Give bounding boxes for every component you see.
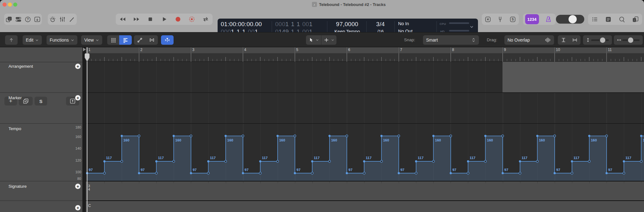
toolbar-toggle-icon[interactable]: [32, 14, 42, 25]
svg-text:160: 160: [539, 138, 545, 142]
vertical-zoom-slider[interactable]: [591, 39, 609, 41]
marker-track-lane[interactable]: [86, 92, 644, 123]
master-volume-knob[interactable]: [569, 15, 577, 23]
drag-label: Drag:: [487, 37, 497, 42]
horizontal-zoom-slider[interactable]: [622, 39, 640, 41]
library-icon[interactable]: ♪: [4, 14, 14, 25]
tempo-curve[interactable]: 9711716097117160971171609711716097117160…: [86, 123, 644, 181]
editor-toggle-group: [48, 14, 77, 25]
vertical-zoom-knob[interactable]: [600, 37, 605, 43]
add-event-button[interactable]: +: [75, 184, 80, 189]
track-header-marker[interactable]: Marker+: [0, 92, 82, 123]
view-menu[interactable]: View: [81, 35, 102, 45]
signature-track-lane[interactable]: 34: [86, 181, 644, 200]
ruler-edge-marker-icon: [83, 47, 86, 52]
svg-text:117: 117: [262, 156, 268, 160]
media-browser-icon[interactable]: ♪: [630, 14, 641, 25]
track-header-arrangement[interactable]: Arrangement+: [0, 62, 82, 92]
edit-menu[interactable]: Edit: [23, 35, 42, 45]
lcd-time[interactable]: 01:00:00:00.00: [221, 21, 262, 28]
playhead-handle[interactable]: [84, 52, 90, 62]
snap-select[interactable]: Smart: [423, 35, 479, 45]
quick-help-icon[interactable]: ?: [23, 14, 32, 25]
svg-text:?: ?: [27, 17, 29, 21]
marquee-stripe-button[interactable]: [146, 35, 158, 45]
svg-text:160: 160: [227, 138, 233, 142]
lcd-time-signature[interactable]: 3/4: [368, 21, 393, 28]
solo-mode-icon[interactable]: S: [507, 14, 518, 25]
tuner-icon[interactable]: [495, 14, 506, 25]
lcd-left-locator[interactable]: 000111001: [275, 21, 315, 28]
lcd-midi-in[interactable]: No In: [398, 21, 409, 26]
mixer-icon[interactable]: [58, 14, 67, 25]
catch-playhead-button[interactable]: [161, 35, 174, 45]
play-button[interactable]: [159, 14, 169, 25]
svg-text:117: 117: [366, 156, 372, 160]
stop-button[interactable]: [145, 14, 156, 25]
horizontal-zoom-knob[interactable]: [628, 37, 633, 43]
transposition-track-lane[interactable]: C: [86, 200, 644, 212]
playhead[interactable]: [87, 47, 87, 212]
replace-mode-icon[interactable]: [483, 14, 493, 25]
event-list-icon[interactable]: [590, 14, 600, 25]
functions-menu[interactable]: Functions: [47, 35, 77, 45]
note-pads-icon[interactable]: [603, 14, 614, 25]
svg-text:117: 117: [210, 156, 216, 160]
grid-view-button[interactable]: [107, 35, 119, 45]
lcd-options-chevron-icon[interactable]: [469, 24, 474, 31]
pointer-tool-selector[interactable]: [306, 35, 321, 45]
svg-text:97: 97: [400, 168, 404, 172]
svg-text:160: 160: [175, 138, 181, 142]
bar-ruler[interactable]: [86, 47, 644, 62]
svg-text:160: 160: [643, 138, 644, 142]
svg-text:97: 97: [608, 168, 612, 172]
cpu-meter-bar: [449, 22, 469, 24]
waveform-zoom-button[interactable]: [541, 35, 554, 45]
capture-recording-button[interactable]: [186, 14, 197, 25]
view-toggle-group: ♪ ?: [4, 14, 42, 25]
automation-curve-button[interactable]: [134, 35, 146, 45]
loop-browser-icon[interactable]: [617, 14, 627, 25]
track-header-tempo[interactable]: Tempo18016014012010080: [0, 123, 82, 181]
record-button[interactable]: [173, 14, 183, 25]
arrangement-pending-region[interactable]: [502, 62, 644, 92]
horizontal-auto-zoom-button[interactable]: [569, 35, 580, 45]
svg-text:♪: ♪: [634, 18, 635, 21]
track-header-signature[interactable]: Signature+: [0, 181, 82, 200]
horizontal-zoom-icon: [617, 38, 621, 42]
tempo-axis-tick: 80: [66, 177, 81, 180]
svg-text:160: 160: [279, 138, 285, 142]
vertical-auto-zoom-button[interactable]: [558, 35, 569, 45]
forward-button[interactable]: [131, 14, 142, 25]
svg-text:97: 97: [89, 168, 93, 172]
tracks-area-menu-bar: Edit Functions View Snap: Smart Drag: No…: [0, 32, 644, 47]
editors-pencil-icon[interactable]: [67, 14, 77, 25]
arrangement-track-lane[interactable]: [86, 62, 644, 92]
transport-group: [116, 14, 213, 25]
signature-event[interactable]: 34: [88, 184, 90, 191]
secondary-tool-selector[interactable]: [321, 35, 336, 45]
add-event-button[interactable]: +: [75, 64, 80, 69]
lcd-tempo-value[interactable]: 97,0000: [329, 21, 366, 28]
tempo-axis-tick: 120: [66, 158, 81, 162]
list-view-button[interactable]: [119, 35, 132, 45]
svg-text:117: 117: [106, 156, 112, 160]
transposition-event[interactable]: C: [88, 203, 91, 208]
svg-text:97: 97: [245, 168, 249, 172]
svg-text:97: 97: [297, 168, 301, 172]
metronome-icon[interactable]: [543, 14, 554, 25]
svg-text:117: 117: [158, 156, 164, 160]
count-in-button[interactable]: 1234: [525, 14, 539, 24]
back-button[interactable]: [5, 35, 18, 45]
master-volume-slider[interactable]: [556, 15, 584, 24]
track-header-transposition[interactable]: +: [0, 200, 82, 212]
smart-controls-icon[interactable]: [48, 14, 58, 25]
add-event-button[interactable]: +: [75, 95, 80, 100]
rewind-button[interactable]: [117, 14, 128, 25]
cycle-button[interactable]: [200, 14, 211, 25]
svg-text:117: 117: [574, 156, 580, 160]
add-event-button[interactable]: +: [75, 205, 80, 210]
drag-value: No Overlap: [508, 37, 530, 43]
inspector-toggles-icon[interactable]: [14, 14, 23, 25]
tempo-axis-tick: 180: [66, 125, 81, 129]
